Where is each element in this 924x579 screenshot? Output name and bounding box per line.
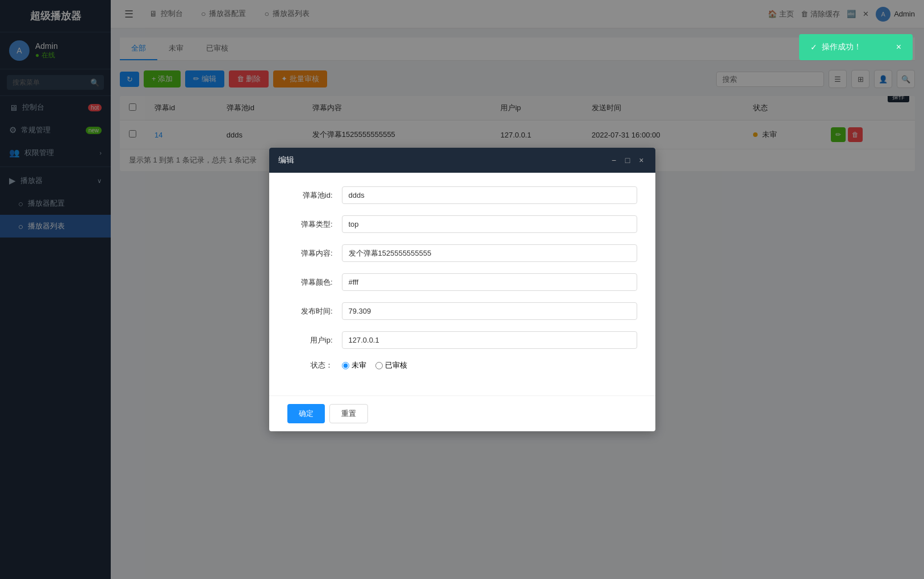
status-label: 状态： [287,360,333,370]
status-approved-radio[interactable] [375,362,383,369]
form-row-danmu-type: 弹幕类型: [287,215,637,233]
toast-message: 操作成功！ [822,42,862,52]
form-row-pool-id: 弹幕池id: [287,186,637,204]
status-radio-group: 未审 已审核 [342,360,407,370]
user-ip-input[interactable] [342,331,637,349]
color-label: 弹幕颜色: [287,277,333,288]
form-row-status: 状态： 未审 已审核 [287,360,637,370]
status-pending-radio[interactable] [342,362,349,369]
status-approved-label: 已审核 [385,360,407,370]
pool-id-label: 弹幕池id: [287,190,333,201]
modal-body: 弹幕池id: 弹幕类型: 弹幕内容: 弹幕颜色: 发布时间: 用户ip: [269,173,655,395]
content-input[interactable] [342,244,637,262]
user-ip-label: 用户ip: [287,335,333,345]
form-row-color: 弹幕颜色: [287,273,637,291]
form-row-user-ip: 用户ip: [287,331,637,349]
confirm-button[interactable]: 确定 [287,404,325,423]
modal-title: 编辑 [278,155,294,165]
modal-overlay[interactable]: 编辑 − □ × 弹幕池id: 弹幕类型: 弹幕内容: 弹幕颜色: [0,0,924,579]
toast-notification: ✓ 操作成功！ × [799,34,913,60]
modal-footer: 确定 重置 [269,395,655,431]
publish-time-label: 发布时间: [287,306,333,316]
status-pending-label: 未审 [352,360,366,370]
modal-maximize-button[interactable]: □ [623,155,632,166]
edit-modal: 编辑 − □ × 弹幕池id: 弹幕类型: 弹幕内容: 弹幕颜色: [269,148,655,431]
status-pending-option[interactable]: 未审 [342,360,366,370]
reset-button[interactable]: 重置 [329,404,368,423]
form-row-content: 弹幕内容: [287,244,637,262]
status-approved-option[interactable]: 已审核 [375,360,407,370]
modal-header: 编辑 − □ × [269,148,655,173]
color-input[interactable] [342,273,637,291]
modal-header-actions: − □ × [609,155,646,166]
modal-close-button[interactable]: × [637,155,646,166]
toast-close-button[interactable]: × [896,42,901,52]
pool-id-input[interactable] [342,186,637,204]
danmu-type-input[interactable] [342,215,637,233]
toast-icon: ✓ [810,43,817,52]
content-label: 弹幕内容: [287,248,333,259]
form-row-publish-time: 发布时间: [287,302,637,320]
modal-minimize-button[interactable]: − [609,155,618,166]
publish-time-input[interactable] [342,302,637,320]
danmu-type-label: 弹幕类型: [287,219,333,230]
